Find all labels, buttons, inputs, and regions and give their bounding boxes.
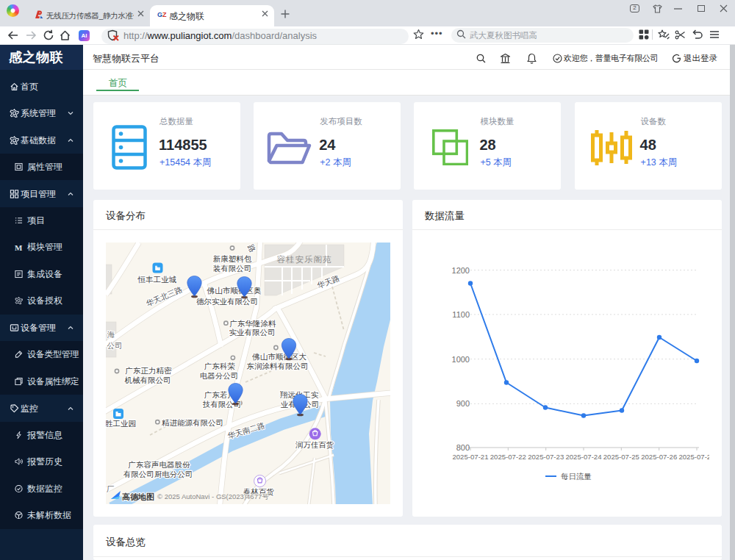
svg-text:广东容声电器股份: 广东容声电器股份 xyxy=(129,460,191,469)
svg-text:2025-07-26: 2025-07-26 xyxy=(641,453,677,461)
svg-text:有限公司厨电分公司: 有限公司厨电分公司 xyxy=(123,470,193,478)
svg-text:实业有限公司: 实业有限公司 xyxy=(229,328,276,337)
svg-text:1000: 1000 xyxy=(452,354,470,363)
svg-text:2025-07-21: 2025-07-21 xyxy=(452,453,488,461)
svg-text:广东科荣: 广东科荣 xyxy=(204,362,235,370)
svg-text:东润涂料有限公司: 东润涂料有限公司 xyxy=(247,362,309,370)
svg-text:公司: 公司 xyxy=(107,341,123,350)
svg-text:恒丰工业城: 恒丰工业城 xyxy=(137,275,177,284)
svg-text:电器分公司: 电器分公司 xyxy=(200,371,239,380)
svg-text:广东正力精密: 广东正力精密 xyxy=(126,366,173,375)
svg-text:佛山市顺德区奥: 佛山市顺德区奥 xyxy=(207,286,262,295)
svg-text:装有限公司: 装有限公司 xyxy=(213,264,252,273)
svg-text:佛山市顺德区大: 佛山市顺德区大 xyxy=(251,352,306,361)
svg-text:精进能源有限公司: 精进能源有限公司 xyxy=(162,418,223,427)
svg-text:高德地图: 高德地图 xyxy=(122,492,154,501)
svg-text:德尔实业有限公司: 德尔实业有限公司 xyxy=(196,297,258,306)
svg-text:每日流量: 每日流量 xyxy=(561,472,592,481)
svg-text:2025-07-22: 2025-07-22 xyxy=(490,453,526,461)
svg-text:1200: 1200 xyxy=(452,265,470,274)
svg-text:胜工业园: 胜工业园 xyxy=(106,419,136,428)
svg-text:2025-07-25: 2025-07-25 xyxy=(603,453,639,461)
svg-text:© 2025 AutoNavi - GS(2023)4677: © 2025 AutoNavi - GS(2023)4677号 xyxy=(157,492,269,500)
svg-text:2025-07-24: 2025-07-24 xyxy=(565,453,602,461)
svg-text:海: 海 xyxy=(107,330,115,339)
svg-text:新康塑料包: 新康塑料包 xyxy=(213,254,252,263)
svg-text:厂: 厂 xyxy=(107,484,115,493)
svg-text:900: 900 xyxy=(456,399,470,408)
svg-text:2025-07-23: 2025-07-23 xyxy=(528,453,564,461)
svg-text:广东华隆涂料: 广东华隆涂料 xyxy=(230,319,277,328)
svg-text:容桂安乐阁苑: 容桂安乐阁苑 xyxy=(277,255,332,264)
svg-text:机械有限公司: 机械有限公司 xyxy=(125,376,171,384)
svg-text:润万佳百货: 润万佳百货 xyxy=(295,440,334,449)
svg-text:800: 800 xyxy=(456,443,470,452)
svg-text:1100: 1100 xyxy=(452,309,470,318)
